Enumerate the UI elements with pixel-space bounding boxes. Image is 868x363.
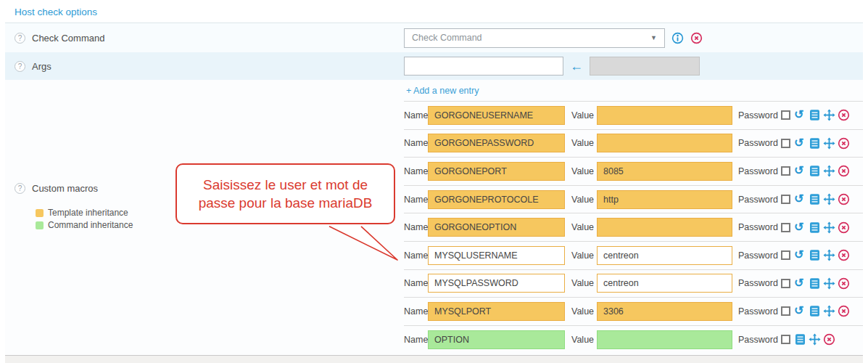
move-icon[interactable] <box>823 221 835 234</box>
macro-name-input[interactable] <box>428 330 565 349</box>
password-checkbox[interactable] <box>781 335 790 344</box>
macro-name-input[interactable] <box>428 190 565 209</box>
legend-item-command: Command inheritance <box>36 220 133 230</box>
help-icon[interactable]: ? <box>15 61 25 72</box>
delete-icon[interactable] <box>838 109 850 121</box>
info-icon[interactable] <box>671 32 684 44</box>
undo-icon[interactable]: ↺ <box>794 165 806 177</box>
macro-value-input[interactable] <box>597 190 732 209</box>
delete-icon[interactable] <box>823 333 835 346</box>
macro-value-input[interactable] <box>597 106 732 125</box>
macro-name-input[interactable] <box>428 162 565 181</box>
macro-value-input[interactable] <box>597 134 732 152</box>
undo-icon[interactable]: ↺ <box>794 305 806 317</box>
list-icon[interactable] <box>809 221 821 234</box>
delete-icon[interactable] <box>838 277 850 290</box>
undo-icon[interactable]: ↺ <box>794 193 806 205</box>
add-new-entry-link[interactable]: + Add a new entry <box>406 86 479 96</box>
check-command-label-cell: ? Check Command <box>5 33 404 44</box>
macro-value-label: Value <box>571 222 597 232</box>
move-icon[interactable] <box>823 165 835 177</box>
undo-icon[interactable]: ↺ <box>794 249 806 261</box>
move-icon[interactable] <box>823 305 835 317</box>
delete-icon[interactable] <box>838 305 850 317</box>
list-icon[interactable] <box>809 305 821 317</box>
undo-icon[interactable]: ↺ <box>794 137 806 150</box>
delete-icon[interactable] <box>838 193 850 205</box>
macro-value-input[interactable] <box>597 246 732 265</box>
macro-value-label: Value <box>571 250 597 261</box>
password-checkbox[interactable] <box>781 139 790 148</box>
list-icon[interactable] <box>809 193 821 205</box>
move-icon[interactable] <box>823 109 835 121</box>
macro-name-label: Name <box>404 306 428 317</box>
list-icon[interactable] <box>809 249 821 261</box>
left-arrow-icon: ← <box>570 60 583 73</box>
undo-icon[interactable]: ↺ <box>794 221 806 234</box>
macro-row: Name Value Password ↺ <box>404 241 863 269</box>
move-icon[interactable] <box>823 277 835 290</box>
macro-value-label: Value <box>571 138 597 148</box>
move-icon[interactable] <box>809 333 821 346</box>
macro-password-label: Password <box>738 222 778 232</box>
password-checkbox[interactable] <box>781 195 790 204</box>
password-checkbox[interactable] <box>781 279 790 288</box>
help-icon[interactable]: ? <box>15 183 25 194</box>
check-command-label: Check Command <box>32 33 104 44</box>
macro-row: Name Value Password ↺ <box>404 185 863 213</box>
macro-password-label: Password <box>738 250 778 261</box>
macro-password-label: Password <box>738 166 778 176</box>
delete-icon[interactable] <box>838 249 850 261</box>
macro-value-label: Value <box>571 195 597 205</box>
macro-name-input[interactable] <box>428 106 565 125</box>
undo-icon[interactable]: ↺ <box>794 109 806 121</box>
macro-value-input[interactable] <box>597 218 732 237</box>
password-checkbox[interactable] <box>781 306 790 316</box>
password-checkbox[interactable] <box>781 223 790 232</box>
macro-value-label: Value <box>571 110 597 121</box>
list-icon[interactable] <box>809 109 821 121</box>
check-command-selected-value: Check Command <box>412 33 482 43</box>
move-icon[interactable] <box>823 193 835 205</box>
args-input[interactable] <box>404 57 563 76</box>
custom-macros-label: Custom macros <box>32 183 98 194</box>
macro-password-label: Password <box>738 195 778 205</box>
macro-value-input[interactable] <box>597 274 732 293</box>
list-icon[interactable] <box>809 137 821 150</box>
command-inheritance-swatch <box>36 221 44 229</box>
macro-name-input[interactable] <box>428 274 565 293</box>
move-icon[interactable] <box>823 249 835 261</box>
macro-value-label: Value <box>571 166 597 176</box>
password-checkbox[interactable] <box>781 110 790 120</box>
args-field-cell: ← <box>404 57 863 76</box>
macro-name-input[interactable] <box>428 246 565 265</box>
check-command-select[interactable]: Check Command ▼ <box>404 28 665 48</box>
password-checkbox[interactable] <box>781 166 790 176</box>
macro-row: Name Value Password ↺ <box>404 213 863 241</box>
undo-icon[interactable]: ↺ <box>794 277 806 290</box>
password-checkbox[interactable] <box>781 250 790 260</box>
delete-icon[interactable] <box>838 221 850 234</box>
macro-name-input[interactable] <box>428 134 565 152</box>
delete-icon[interactable] <box>838 137 850 150</box>
macro-name-input[interactable] <box>428 302 565 321</box>
macro-name-label: Name <box>404 166 428 176</box>
check-command-field-cell: Check Command ▼ <box>404 28 863 48</box>
legend-label: Command inheritance <box>48 220 133 230</box>
delete-icon[interactable] <box>838 165 850 177</box>
args-readonly-field <box>590 57 700 76</box>
macro-password-label: Password <box>738 306 778 317</box>
macro-row: Name Value Password ↺ <box>404 157 863 185</box>
macro-value-input[interactable] <box>597 330 732 349</box>
macro-password-label: Password <box>738 335 778 345</box>
list-icon[interactable] <box>809 165 821 177</box>
macro-password-label: Password <box>738 278 778 288</box>
list-icon[interactable] <box>794 333 806 346</box>
help-icon[interactable]: ? <box>15 33 25 44</box>
macro-value-input[interactable] <box>597 302 732 321</box>
macro-name-input[interactable] <box>428 218 565 237</box>
move-icon[interactable] <box>823 137 835 150</box>
macro-value-input[interactable] <box>597 162 732 181</box>
list-icon[interactable] <box>809 277 821 290</box>
delete-icon[interactable] <box>690 32 703 44</box>
